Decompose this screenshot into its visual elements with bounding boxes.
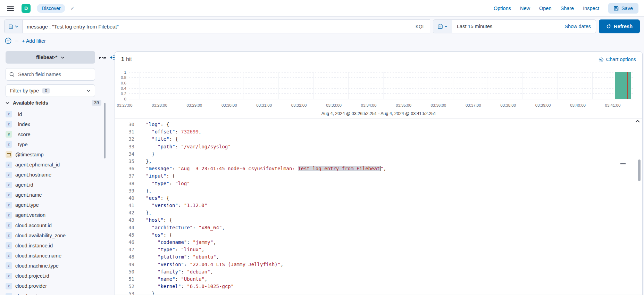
field-list-item[interactable]: tcloud.project.id (6, 271, 100, 281)
line-number: 37 (115, 172, 134, 180)
field-list-item[interactable]: tagent.type (6, 200, 100, 210)
field-list-item[interactable]: tagent.name (6, 190, 100, 200)
date-field-type-icon (6, 151, 12, 158)
saved-query-menu-button[interactable] (4, 19, 22, 33)
text-field-type-icon: t (6, 242, 12, 249)
field-list-item[interactable]: tagent.hostname (6, 170, 100, 180)
search-field-names-input[interactable] (17, 71, 91, 77)
field-list-item[interactable]: tagent.id (6, 180, 100, 190)
menu-icon[interactable] (7, 6, 14, 11)
sidebar-scrollbar[interactable] (104, 103, 106, 158)
field-list-item[interactable]: t_index (6, 119, 100, 129)
line-number: 43 (115, 216, 134, 224)
field-list-item[interactable]: tcloud.machine.type (6, 261, 100, 271)
field-list-item[interactable]: tagent.ephemeral_id (6, 159, 100, 170)
nav-link-share[interactable]: Share (560, 6, 574, 11)
chevron-down-icon (61, 56, 65, 59)
json-line: 53}, (115, 290, 632, 295)
nav-link-options[interactable]: Options (494, 6, 511, 11)
hits-histogram[interactable]: 00.20.40.60.8103:27:0003:28:0003:29:0003… (115, 68, 642, 118)
available-fields-header[interactable]: Available fields 39 (6, 100, 101, 106)
field-name: agent.id (15, 182, 33, 188)
field-list-item[interactable]: t_id (6, 109, 100, 119)
number-field-type-icon: # (6, 131, 12, 138)
field-list-item[interactable]: tcloud.availability_zone (6, 230, 100, 240)
line-content: }, (140, 290, 158, 295)
line-content: "codename": "jammy", (140, 239, 216, 246)
svg-text:1: 1 (124, 70, 126, 74)
text-field-type-icon: t (6, 293, 12, 295)
field-list-item[interactable]: tcloud.account.id (6, 220, 100, 230)
json-line: 42}, (115, 209, 632, 216)
kql-query-input[interactable] (23, 24, 411, 30)
line-number: 53 (115, 290, 134, 295)
document-json-viewer[interactable]: 30"log": {31"offset": 732699,32"file": {… (115, 118, 642, 295)
overview-ruler-selection-marker (620, 163, 626, 164)
line-content: "platform": "ubuntu", (140, 253, 219, 261)
available-fields-label: Available fields (13, 100, 48, 106)
svg-text:03:29:00: 03:29:00 (186, 103, 202, 107)
line-content: "version": "1.12.0" (140, 202, 207, 209)
filter-by-type-dropdown[interactable]: Filter by type 0 (6, 84, 95, 97)
line-content: "family": "debian", (140, 268, 213, 276)
chart-options-button[interactable]: Chart options (599, 57, 636, 62)
field-list-item[interactable]: #_score (6, 129, 100, 139)
date-picker: Last 15 minutes Show dates (433, 19, 596, 33)
field-list-item[interactable]: tcloud.instance.id (6, 240, 100, 251)
document-scrollbar-thumb[interactable] (638, 159, 641, 181)
field-list-item[interactable]: t_type (6, 139, 100, 149)
svg-text:03:36:00: 03:36:00 (430, 103, 446, 107)
json-line: 45"os": { (115, 231, 632, 239)
check-icon: ✓ (70, 5, 75, 11)
line-content: "name": "Ubuntu", (140, 276, 207, 283)
more-options-icon[interactable] (99, 57, 106, 59)
line-content: "input": { (140, 172, 175, 180)
line-content: "os": { (140, 231, 172, 239)
space-logo[interactable]: D (22, 4, 31, 13)
nav-link-inspect[interactable]: Inspect (583, 6, 599, 11)
text-field-type-icon: t (6, 202, 12, 208)
json-line: 48"platform": "ubuntu", (115, 253, 632, 261)
line-number: 35 (115, 158, 134, 165)
index-pattern-selector[interactable]: filebeat-* (6, 51, 95, 64)
nav-link-open[interactable]: Open (539, 6, 551, 11)
svg-text:03:34:00: 03:34:00 (361, 103, 377, 107)
field-list-item[interactable]: @timestamp (6, 149, 100, 159)
text-field-type-icon: t (6, 111, 12, 117)
field-list-item[interactable]: tcloud.region (6, 291, 100, 295)
chevron-down-icon (6, 102, 9, 104)
refresh-icon (606, 24, 611, 29)
field-list-item[interactable]: tagent.version (6, 210, 100, 220)
field-list-item[interactable]: tcloud.instance.name (6, 251, 100, 261)
refresh-button[interactable]: Refresh (599, 19, 640, 33)
json-line: 50"family": "debian", (115, 268, 632, 276)
nav-link-new[interactable]: New (520, 6, 530, 11)
query-language-button[interactable]: KQL (411, 20, 430, 33)
json-line: 37"input": { (115, 172, 632, 180)
filter-row: + Add filter (5, 38, 46, 44)
save-button[interactable]: Save (608, 3, 638, 14)
results-panel: 1hit Chart options 00.20.40.60.8103:27:0… (115, 51, 643, 295)
show-dates-button[interactable]: Show dates (560, 24, 596, 29)
svg-text:03:28:00: 03:28:00 (152, 103, 167, 107)
line-content: "offset": 732699, (140, 128, 201, 136)
field-name: cloud.availability_zone (15, 233, 66, 238)
svg-text:03:35:00: 03:35:00 (396, 103, 411, 107)
text-field-type-icon: t (6, 192, 12, 198)
date-picker-calendar-button[interactable] (433, 20, 452, 33)
scroll-up-icon[interactable] (635, 120, 640, 123)
line-content: }, (140, 209, 152, 216)
add-filter-button[interactable]: + Add filter (22, 38, 46, 44)
svg-text:03:32:00: 03:32:00 (291, 103, 307, 107)
time-range-value[interactable]: Last 15 minutes (452, 24, 560, 29)
gear-icon (599, 57, 604, 62)
field-name: cloud.project.id (15, 273, 49, 279)
breadcrumb-discover[interactable]: Discover (37, 4, 65, 13)
field-name: agent.version (15, 212, 45, 218)
line-number: 47 (115, 246, 134, 253)
line-number: 46 (115, 239, 134, 246)
field-list-item[interactable]: tcloud.provider (6, 281, 100, 291)
saved-queries-filter-icon[interactable] (5, 38, 11, 44)
line-content: "architecture": "x86_64", (140, 224, 225, 231)
json-line: 39}, (115, 187, 632, 195)
